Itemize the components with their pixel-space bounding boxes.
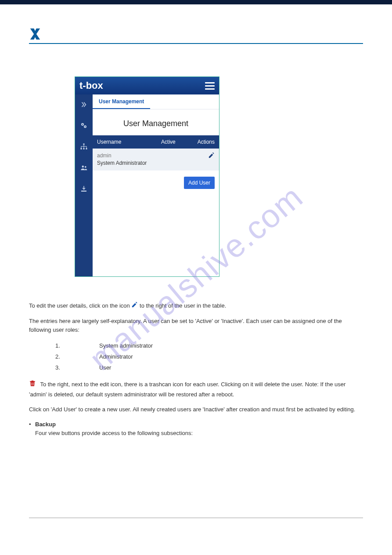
table-row: admin System Administrator: [93, 149, 219, 170]
edit-icon-inline: [131, 301, 138, 311]
x-logo-icon: [29, 27, 41, 40]
svg-rect-11: [81, 191, 86, 192]
tab-user-management[interactable]: User Management: [93, 94, 150, 109]
trash-icon: [29, 379, 36, 390]
paragraph-roles-intro: The entries here are largely self-explan…: [29, 317, 363, 334]
footer-rule: [29, 518, 363, 518]
table-header: Username Active Actions: [93, 135, 219, 149]
svg-point-10: [85, 166, 86, 168]
paragraph-add-user: Click on 'Add User' to create a new user…: [29, 405, 363, 414]
users-icon[interactable]: [75, 162, 93, 174]
app-header: t-box: [75, 77, 219, 94]
sidebar: [75, 94, 93, 276]
gears-icon[interactable]: [75, 120, 93, 131]
bullet-backup: • Backup Four view buttons provide acces…: [29, 420, 363, 438]
svg-point-3: [82, 124, 83, 125]
paragraph-edit: To edit the user details, click on the i…: [29, 301, 363, 311]
cell-username: admin: [97, 152, 154, 160]
header-rule: [29, 43, 363, 44]
svg-rect-5: [83, 144, 85, 145]
th-username: Username: [97, 139, 154, 145]
svg-rect-6: [81, 148, 82, 149]
svg-rect-7: [83, 148, 85, 149]
tab-bar: User Management: [93, 94, 219, 109]
download-icon[interactable]: [75, 183, 93, 195]
edit-icon[interactable]: [208, 154, 215, 160]
document-body: To edit the user details, click on the i…: [29, 301, 363, 438]
tbox-app-screenshot: t-box: [75, 76, 219, 277]
page-title: User Management: [93, 119, 219, 128]
top-bar: [0, 0, 392, 4]
th-actions: Actions: [183, 139, 215, 145]
logo-row: [29, 27, 363, 40]
network-icon[interactable]: [75, 141, 93, 152]
paragraph-trash: To the right, next to the edit icon, the…: [29, 379, 363, 399]
cell-role: System Administrator: [97, 160, 154, 167]
svg-point-4: [85, 126, 86, 127]
app-brand: t-box: [79, 80, 103, 91]
role-list: 1.System administrator 2.Administrator 3…: [29, 341, 363, 373]
svg-rect-13: [33, 383, 33, 385]
svg-rect-8: [86, 148, 87, 149]
th-active: Active: [154, 139, 183, 145]
add-user-button[interactable]: Add User: [184, 177, 215, 189]
svg-marker-0: [30, 29, 40, 40]
sidebar-expand-icon[interactable]: [75, 99, 93, 110]
svg-point-9: [82, 166, 84, 168]
menu-icon[interactable]: [205, 82, 215, 90]
svg-rect-12: [32, 383, 32, 385]
